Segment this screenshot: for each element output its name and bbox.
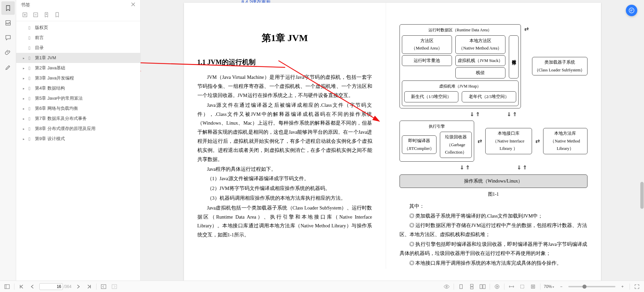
continuous-icon bbox=[470, 284, 474, 289]
tree-item[interactable]: ▸▯第5章 Java中的常用算法 bbox=[16, 93, 140, 103]
bookmark-icon: ▯ bbox=[28, 25, 33, 30]
single-page-button[interactable] bbox=[457, 283, 465, 290]
tree-item[interactable]: ▯版权页 bbox=[16, 23, 140, 33]
forward-icon bbox=[112, 284, 117, 289]
bookmark-icon: ▯ bbox=[28, 86, 33, 91]
fit-page-icon bbox=[520, 284, 525, 289]
tree-item-label: 第7章 数据库及分布式事务 bbox=[35, 116, 87, 122]
body-text: Java程序的具体运行过程如下。 bbox=[197, 165, 372, 174]
zoom-level-dropdown[interactable]: 70%▾ bbox=[544, 284, 554, 289]
bookmarks-panel: 书签 ▯版权页 ▯前言 ▯目录 ▸▯第1章 JVM ▸▯第2章 Java基础 ▸… bbox=[16, 0, 141, 292]
caret-icon[interactable]: ▸ bbox=[23, 107, 26, 110]
comment-icon bbox=[5, 34, 11, 41]
zoom-in-button[interactable]: + bbox=[619, 283, 626, 290]
tree-item-label: 第6章 网络与负载均衡 bbox=[35, 105, 78, 111]
caret-icon[interactable]: ▸ bbox=[23, 66, 26, 70]
caret-icon[interactable]: ▸ bbox=[23, 76, 26, 80]
collapse-all-button[interactable] bbox=[32, 11, 39, 18]
zoom-out-button[interactable]: − bbox=[558, 283, 565, 290]
tree-item-label: 目录 bbox=[35, 45, 44, 51]
chapter-title: 第1章 JVM bbox=[197, 30, 372, 46]
tree-item[interactable]: ▸▯第6章 网络与负载均衡 bbox=[16, 103, 140, 113]
next-page-button[interactable] bbox=[75, 283, 82, 290]
caret-icon[interactable]: ▸ bbox=[23, 56, 26, 60]
caret-icon[interactable]: ▸ bbox=[23, 127, 26, 131]
nav-back-button[interactable] bbox=[100, 283, 107, 290]
caret-icon[interactable]: ▸ bbox=[23, 137, 26, 141]
tree-item-label: 第5章 Java中的常用算法 bbox=[35, 95, 83, 101]
caret-icon[interactable]: ▸ bbox=[23, 87, 26, 90]
assistant-float-button[interactable] bbox=[626, 5, 637, 16]
caret-icon[interactable]: ▸ bbox=[23, 117, 26, 121]
bookmarks-tab-button[interactable] bbox=[1, 1, 15, 15]
sign-tab-button[interactable] bbox=[1, 61, 15, 74]
tree-item[interactable]: ▸▯第3章 Java并发编程 bbox=[16, 73, 140, 83]
tree-item[interactable]: ▸▯第8章 分布式缓存的原理及应用 bbox=[16, 124, 140, 134]
panel-close-button[interactable] bbox=[131, 2, 136, 8]
svg-rect-14 bbox=[470, 287, 473, 289]
bookmark-icon: ▯ bbox=[28, 96, 33, 101]
thumbnails-tab-button[interactable] bbox=[1, 16, 15, 30]
runtime-data-area-box: 运行时数据区（Runtime Data Area） 方法区 （Method Ar… bbox=[400, 24, 521, 108]
divider bbox=[96, 284, 97, 290]
exec-engine-box: 执行引擎 即时编译器 （JITComplier） 垃圾回收器 （Garbage … bbox=[400, 121, 474, 161]
page-left: 第1章 JVM 1.1 JVM的运行机制 JVM（Java Virtual Ma… bbox=[184, 3, 386, 269]
tree-item-label: 前言 bbox=[35, 35, 44, 41]
tree-item[interactable]: ▸▯第7章 数据库及分布式事务 bbox=[16, 113, 140, 124]
zoom-slider-thumb[interactable] bbox=[582, 285, 586, 289]
expand-all-button[interactable] bbox=[22, 11, 28, 18]
remove-bookmark-button[interactable] bbox=[54, 11, 61, 18]
body-text: （2）JVM将字节码文件编译成相应操作系统的机器码。 bbox=[197, 184, 372, 193]
fit-page-button[interactable] bbox=[519, 283, 526, 290]
svg-rect-9 bbox=[101, 285, 106, 289]
tree-item[interactable]: ▸▯第2章 Java基础 bbox=[16, 63, 140, 73]
scrollbar-thumb[interactable] bbox=[640, 182, 644, 209]
tree-item-ch1[interactable]: ▸▯第1章 JVM bbox=[16, 53, 140, 63]
nav-forward-button[interactable] bbox=[111, 283, 118, 290]
tree-item-label: 第8章 分布式缓存的原理及应用 bbox=[35, 126, 96, 132]
svg-rect-7 bbox=[5, 285, 9, 289]
body-text: 其中： bbox=[400, 202, 588, 211]
attachments-tab-button[interactable] bbox=[1, 46, 15, 59]
chat-icon bbox=[629, 7, 635, 13]
status-bar: /364 70%▾ − + bbox=[0, 281, 644, 292]
document-view[interactable]: 8.4.2缓存更新 第1章 JVM 1.1 JVM的运行机制 JVM（Java … bbox=[141, 0, 644, 292]
tree-item[interactable]: ▯前言 bbox=[16, 33, 140, 43]
autoscroll-button[interactable] bbox=[493, 283, 501, 290]
prev-page-button[interactable] bbox=[29, 283, 36, 290]
heap-box: 虚拟机堆（JVM Heap） 新生代（1/3堆空间） 老年代（2/3堆空间） bbox=[402, 80, 519, 106]
jvm-architecture-diagram: 运行时数据区（Runtime Data Area） 方法区 （Method Ar… bbox=[400, 24, 588, 188]
bookmark-outline-icon bbox=[55, 12, 60, 18]
svg-rect-12 bbox=[460, 285, 462, 289]
close-icon bbox=[131, 2, 136, 7]
tree-item[interactable]: ▸▯第9章 设计模式 bbox=[16, 134, 140, 144]
arrow-down-icon: ⇓ ⇑ bbox=[517, 163, 527, 173]
caret-icon[interactable]: ▸ bbox=[23, 97, 26, 100]
tree-item-label: 第3章 Java并发编程 bbox=[35, 75, 74, 81]
comments-tab-button[interactable] bbox=[1, 31, 15, 44]
arrow-icon: ⇄ bbox=[535, 136, 540, 146]
chevron-left-icon bbox=[30, 284, 34, 289]
fit-width-button[interactable] bbox=[508, 283, 515, 290]
tree-item[interactable]: ▯目录 bbox=[16, 43, 140, 53]
add-bookmark-button[interactable] bbox=[43, 11, 50, 18]
divider bbox=[540, 284, 540, 290]
last-page-button[interactable] bbox=[85, 283, 93, 290]
svg-rect-10 bbox=[112, 285, 117, 289]
first-page-button[interactable] bbox=[18, 283, 25, 290]
divider bbox=[504, 284, 504, 290]
fullscreen-button[interactable] bbox=[633, 283, 641, 290]
actual-size-button[interactable] bbox=[529, 283, 537, 290]
vertical-scrollbar[interactable] bbox=[639, 0, 644, 281]
old-gen-box: 老年代（2/3堆空间） bbox=[462, 91, 516, 102]
continuous-page-button[interactable] bbox=[468, 283, 476, 290]
two-page-button[interactable] bbox=[479, 283, 486, 290]
zoom-slider[interactable] bbox=[568, 286, 615, 287]
svg-point-6 bbox=[629, 8, 634, 13]
toggle-sidebar-button[interactable] bbox=[3, 283, 11, 290]
read-mode-button[interactable] bbox=[443, 283, 450, 290]
body-text: （3）机器码调用相应操作系统的本地方法库执行相应的方法。 bbox=[197, 194, 372, 203]
stack-frame-box: 栈侦 bbox=[455, 67, 505, 78]
tree-item[interactable]: ▸▯第4章 数据结构 bbox=[16, 83, 140, 93]
page-number-input[interactable] bbox=[39, 283, 63, 290]
